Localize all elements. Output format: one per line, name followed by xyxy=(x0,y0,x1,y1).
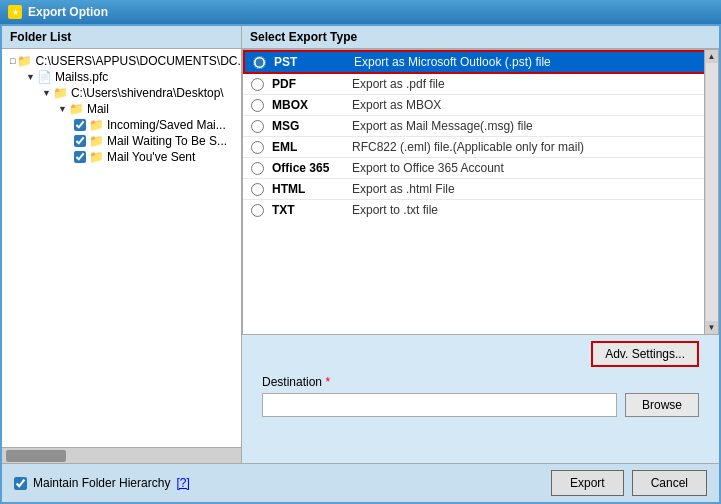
export-button[interactable]: Export xyxy=(551,470,624,496)
radio-eml[interactable] xyxy=(251,141,264,154)
expand-icon-mail: ▼ xyxy=(58,104,67,114)
list-scrollbar[interactable]: ▲ ▼ xyxy=(704,50,718,334)
folder-icon-shivendra: 📁 xyxy=(53,86,68,100)
tree-label-incoming: Incoming/Saved Mai... xyxy=(107,118,226,132)
radio-html[interactable] xyxy=(251,183,264,196)
folder-list-header: Folder List xyxy=(2,26,241,49)
export-row-pst[interactable]: PST Export as Microsoft Outlook (.pst) f… xyxy=(243,50,718,74)
folder-icon-incoming: 📁 xyxy=(89,118,104,132)
destination-input[interactable] xyxy=(262,393,617,417)
destination-row: Browse xyxy=(262,393,699,417)
folder-icon-mail: 📁 xyxy=(69,102,84,116)
export-row-eml[interactable]: EML RFC822 (.eml) file.(Applicable only … xyxy=(243,137,718,158)
expand-icon-shivendra: ▼ xyxy=(42,88,51,98)
main-window: Folder List □ 📁 C:\USERS\APPUS\DOCUMENTS… xyxy=(0,24,721,504)
content-area: Folder List □ 📁 C:\USERS\APPUS\DOCUMENTS… xyxy=(2,26,719,463)
expand-icon-root: □ xyxy=(10,56,15,66)
maintain-hierarchy-label: Maintain Folder Hierarchy xyxy=(33,476,170,490)
export-row-html[interactable]: HTML Export as .html File xyxy=(243,179,718,200)
folder-icon-mailss: 📄 xyxy=(37,70,52,84)
footer-buttons: Export Cancel xyxy=(551,470,707,496)
export-desc-msg: Export as Mail Message(.msg) file xyxy=(352,119,533,133)
folder-icon-mailwaiting: 📁 xyxy=(89,134,104,148)
export-row-txt[interactable]: TXT Export to .txt file xyxy=(243,200,718,220)
radio-pdf[interactable] xyxy=(251,78,264,91)
export-row-pdf[interactable]: PDF Export as .pdf file xyxy=(243,74,718,95)
export-label-eml: EML xyxy=(272,140,352,154)
export-desc-eml: RFC822 (.eml) file.(Applicable only for … xyxy=(352,140,584,154)
tree-node-mailwaiting[interactable]: 📁 Mail Waiting To Be S... xyxy=(6,133,237,149)
export-desc-pst: Export as Microsoft Outlook (.pst) file xyxy=(354,55,551,69)
scroll-track[interactable] xyxy=(706,63,718,321)
destination-area: Destination * Browse xyxy=(242,371,719,423)
maintain-hierarchy-checkbox[interactable] xyxy=(14,477,27,490)
title-bar: ★ Export Option xyxy=(0,0,721,24)
radio-msg[interactable] xyxy=(251,120,264,133)
checkbox-incoming[interactable] xyxy=(74,119,86,131)
export-row-mbox[interactable]: MBOX Export as MBOX xyxy=(243,95,718,116)
export-label-pdf: PDF xyxy=(272,77,352,91)
checkbox-mailwaiting[interactable] xyxy=(74,135,86,147)
radio-office365[interactable] xyxy=(251,162,264,175)
tree-node-youvesent[interactable]: 📁 Mail You've Sent xyxy=(6,149,237,165)
title-bar-icon: ★ xyxy=(8,5,22,19)
tree-label-mailss: Mailss.pfc xyxy=(55,70,108,84)
tree-label-mailwaiting: Mail Waiting To Be S... xyxy=(107,134,227,148)
export-desc-html: Export as .html File xyxy=(352,182,455,196)
export-desc-pdf: Export as .pdf file xyxy=(352,77,445,91)
scrollbar-thumb[interactable] xyxy=(6,450,66,462)
scroll-up-arrow[interactable]: ▲ xyxy=(706,50,718,63)
folder-icon-root: 📁 xyxy=(17,54,32,68)
settings-area: Adv. Settings... xyxy=(242,335,719,371)
export-desc-mbox: Export as MBOX xyxy=(352,98,441,112)
scroll-down-arrow[interactable]: ▼ xyxy=(706,321,718,334)
right-panel: Select Export Type PST Export as Microso… xyxy=(242,26,719,463)
help-link[interactable]: [?] xyxy=(176,476,189,490)
tree-label-shivendra: C:\Users\shivendra\Desktop\ xyxy=(71,86,224,100)
radio-mbox[interactable] xyxy=(251,99,264,112)
export-row-msg[interactable]: MSG Export as Mail Message(.msg) file xyxy=(243,116,718,137)
checkbox-youvesent[interactable] xyxy=(74,151,86,163)
radio-pst[interactable] xyxy=(253,56,266,69)
export-label-mbox: MBOX xyxy=(272,98,352,112)
tree-label-mail: Mail xyxy=(87,102,109,116)
left-panel: Folder List □ 📁 C:\USERS\APPUS\DOCUMENTS… xyxy=(2,26,242,463)
export-label-txt: TXT xyxy=(272,203,352,217)
tree-node-incoming[interactable]: 📁 Incoming/Saved Mai... xyxy=(6,117,237,133)
radio-txt[interactable] xyxy=(251,204,264,217)
tree-node-shivendra[interactable]: ▼ 📁 C:\Users\shivendra\Desktop\ xyxy=(6,85,237,101)
browse-button[interactable]: Browse xyxy=(625,393,699,417)
destination-required: * xyxy=(325,375,330,389)
tree-node-mail[interactable]: ▼ 📁 Mail xyxy=(6,101,237,117)
export-label-msg: MSG xyxy=(272,119,352,133)
tree-node-root[interactable]: □ 📁 C:\USERS\APPUS\DOCUMENTS\DC... xyxy=(6,53,237,69)
adv-settings-button[interactable]: Adv. Settings... xyxy=(591,341,699,367)
export-label-html: HTML xyxy=(272,182,352,196)
bottom-bar: Maintain Folder Hierarchy [?] Export Can… xyxy=(2,463,719,502)
horizontal-scrollbar[interactable] xyxy=(2,447,241,463)
spacer xyxy=(242,423,719,463)
cancel-button[interactable]: Cancel xyxy=(632,470,707,496)
folder-icon-youvesent: 📁 xyxy=(89,150,104,164)
destination-label: Destination * xyxy=(262,375,699,389)
export-desc-txt: Export to .txt file xyxy=(352,203,438,217)
export-desc-office365: Export to Office 365 Account xyxy=(352,161,504,175)
expand-icon-mailss: ▼ xyxy=(26,72,35,82)
tree-label-root: C:\USERS\APPUS\DOCUMENTS\DC... xyxy=(35,54,241,68)
export-label-office365: Office 365 xyxy=(272,161,352,175)
export-type-list: PST Export as Microsoft Outlook (.pst) f… xyxy=(242,49,719,335)
title-bar-title: Export Option xyxy=(28,5,108,19)
tree-node-mailss[interactable]: ▼ 📄 Mailss.pfc xyxy=(6,69,237,85)
tree-label-youvesent: Mail You've Sent xyxy=(107,150,195,164)
folder-tree: □ 📁 C:\USERS\APPUS\DOCUMENTS\DC... ▼ 📄 M… xyxy=(2,49,241,447)
export-row-office365[interactable]: Office 365 Export to Office 365 Account xyxy=(243,158,718,179)
export-type-header: Select Export Type xyxy=(242,26,719,49)
export-label-pst: PST xyxy=(274,55,354,69)
